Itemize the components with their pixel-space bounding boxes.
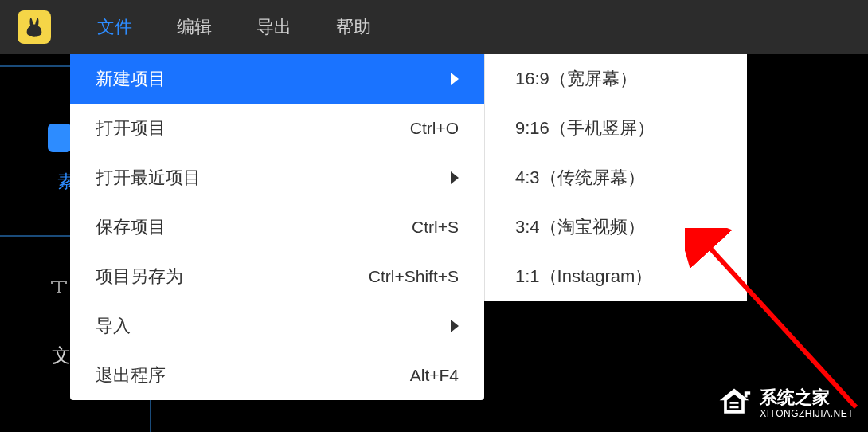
submenu-arrow-icon <box>451 320 459 332</box>
ratio-4-3[interactable]: 4:3（传统屏幕） <box>485 153 747 202</box>
watermark-title: 系统之家 <box>760 387 854 408</box>
menu-shortcut: Alt+F4 <box>410 366 459 385</box>
menu-open-project[interactable]: 打开项目 Ctrl+O <box>70 104 484 153</box>
menu-exit[interactable]: 退出程序 Alt+F4 <box>70 351 484 400</box>
menu-help[interactable]: 帮助 <box>314 0 393 54</box>
house-icon <box>717 384 752 422</box>
ratio-3-4[interactable]: 3:4（淘宝视频） <box>485 202 747 252</box>
watermark: 系统之家 XITONGZHIJIA.NET <box>717 384 854 422</box>
file-dropdown: 新建项目 打开项目 Ctrl+O 打开最近项目 保存项目 Ctrl+S 项目另存… <box>70 54 484 400</box>
menu-save-project[interactable]: 保存项目 Ctrl+S <box>70 202 484 252</box>
menu-item-label: 打开最近项目 <box>96 166 201 190</box>
svg-rect-3 <box>730 406 739 409</box>
menu-item-label: 导入 <box>96 314 131 338</box>
menu-new-project[interactable]: 新建项目 <box>70 54 484 104</box>
menu-item-label: 打开项目 <box>96 116 166 140</box>
ratio-9-16[interactable]: 9:16（手机竖屏） <box>485 104 747 153</box>
menu-edit[interactable]: 编辑 <box>154 0 234 54</box>
menu-open-recent[interactable]: 打开最近项目 <box>70 153 484 202</box>
menu-file[interactable]: 文件 <box>75 0 154 54</box>
menu-save-as[interactable]: 项目另存为 Ctrl+Shift+S <box>70 252 484 301</box>
watermark-subtitle: XITONGZHIJIA.NET <box>760 408 854 419</box>
tab-indicator[interactable] <box>48 124 72 152</box>
app-logo[interactable] <box>18 10 51 44</box>
menu-item-label: 退出程序 <box>96 363 166 387</box>
menu-item-label: 新建项目 <box>96 67 166 91</box>
submenu-arrow-icon <box>451 171 459 184</box>
menu-shortcut: Ctrl+O <box>410 119 459 138</box>
submenu-arrow-icon <box>451 73 459 85</box>
ratio-16-9[interactable]: 16:9（宽屏幕） <box>485 54 747 104</box>
menu-shortcut: Ctrl+S <box>412 218 459 237</box>
menu-shortcut: Ctrl+Shift+S <box>369 267 459 286</box>
menu-item-label: 保存项目 <box>96 215 166 239</box>
menu-item-label: 项目另存为 <box>96 265 183 289</box>
text-tool-icon[interactable] <box>49 279 68 300</box>
menu-import[interactable]: 导入 <box>70 301 484 351</box>
new-project-submenu: 16:9（宽屏幕） 9:16（手机竖屏） 4:3（传统屏幕） 3:4（淘宝视频）… <box>484 54 747 301</box>
menu-export[interactable]: 导出 <box>234 0 314 54</box>
ratio-1-1[interactable]: 1:1（Instagram） <box>485 252 747 301</box>
sidebar-label-partial-2: 文 <box>52 343 71 368</box>
menubar: 文件 编辑 导出 帮助 <box>0 0 868 54</box>
bunny-icon <box>23 16 45 38</box>
svg-rect-2 <box>730 402 739 404</box>
